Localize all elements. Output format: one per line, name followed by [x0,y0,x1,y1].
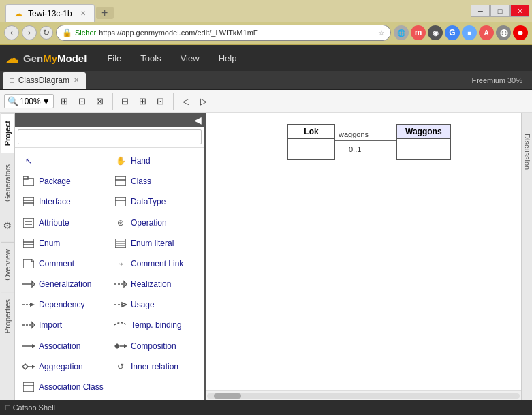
interface-icon [22,196,35,208]
sidebar-tab-overview[interactable]: Overview [1,242,14,288]
browser-tab[interactable]: ☁ Tewi-13c-1b ✕ [5,4,95,22]
svg-rect-1 [23,176,28,179]
diagram-tab-icon: □ [10,76,14,84]
palette-item-class[interactable]: Class [110,171,202,191]
new-tab-button[interactable]: + [96,7,114,19]
palette-item-realization[interactable]: Realization [110,274,202,294]
scrollbar-thumb[interactable] [214,393,241,399]
uml-class-waggons[interactable]: Waggons [396,124,451,160]
svg-marker-37 [22,364,28,369]
toolbar-btn-5[interactable]: ⊞ [135,93,151,110]
horizontal-scrollbar[interactable] [206,390,521,400]
ext-adblock-icon[interactable]: A [479,25,494,40]
back-button[interactable]: ‹ [4,25,19,40]
palette-item-attribute[interactable]: Attribute [18,212,110,232]
dependency-label: Dependency [39,300,84,309]
palette-item-package[interactable]: Package [18,171,110,191]
bottom-bar: □ Catsoo Shell [0,400,532,415]
enumlit-label: Enum literal [131,239,174,248]
palette-item-association[interactable]: Association [18,335,110,356]
palette-item-composition[interactable]: Composition [110,335,202,356]
menu-file[interactable]: File [97,48,131,69]
menu-tools[interactable]: Tools [131,48,170,69]
diagram-tab-bar: □ ClassDiagram ✕ Freemium 30% [0,71,532,90]
uml-class-lok[interactable]: Lok [287,124,335,160]
svg-rect-7 [115,197,126,206]
ext-globe-icon[interactable]: 🌐 [394,25,409,40]
sidebar-tab-project[interactable]: Project [1,113,14,153]
toolbar-btn-2[interactable]: ⊡ [74,93,91,110]
diagram-tab-close-icon[interactable]: ✕ [74,76,79,84]
refresh-button[interactable]: ↻ [40,26,53,40]
palette-collapse-button[interactable]: ◀ [194,114,202,125]
sidebar-tab-properties[interactable]: Properties [1,292,14,340]
palette-item-enumlit[interactable]: Enum literal [110,233,202,253]
toolbar-btn-6[interactable]: ⊡ [153,93,169,110]
palette-item-cursor[interactable]: ↖ [18,151,110,171]
palette-item-comment[interactable]: Comment [18,253,110,274]
canvas-area[interactable]: 1 waggons lok 0..1 Lok Waggons [206,113,521,400]
ext-box-icon[interactable]: ■ [462,25,477,40]
toolbar-btn-4[interactable]: ⊟ [117,93,134,110]
logo-my: My [43,52,57,64]
forward-button[interactable]: › [22,25,37,40]
palette-item-hand[interactable]: ✋ Hand [110,151,202,171]
palette-item-aggregation[interactable]: Aggregation [18,356,110,377]
palette-item-tempbinding[interactable]: Temp. binding [110,315,202,335]
canvas-svg: 1 waggons lok 0..1 [206,113,521,400]
menu-view[interactable]: View [171,48,209,69]
close-button[interactable]: ✕ [510,5,529,17]
datatype-label: DataType [131,197,166,206]
association-icon [22,340,35,352]
palette-item-import[interactable]: Import [18,315,110,335]
scrollbar-track [207,393,520,399]
palette-item-dependency[interactable]: Dependency [18,294,110,315]
sidebar-tab-settings[interactable]: ⚙ [0,213,16,238]
toolbar-btn-1[interactable]: ⊞ [57,93,73,110]
class-waggons-header: Waggons [397,125,450,139]
package-label: Package [39,176,71,186]
tab-close-icon[interactable]: ✕ [80,10,86,17]
tab-title: Tewi-13c-1b [28,9,72,18]
enum-label: Enum [39,239,60,248]
package-icon [22,175,35,187]
maximize-button[interactable]: □ [490,5,510,17]
palette-item-assocclass[interactable]: Association Class [18,377,110,397]
address-bar[interactable]: 🔒 Sicher https://app.genmymodel.com/edit… [56,25,391,41]
svg-marker-25 [124,281,127,287]
palette-item-datatype[interactable]: DataType [110,191,202,212]
palette-item-generalization[interactable]: Generalization [18,274,110,294]
ext-drop-icon[interactable]: ◉ [428,25,443,40]
assocclass-icon [22,381,35,393]
palette-item-usage[interactable]: Usage [110,294,202,315]
toolbar-btn-forward[interactable]: ▷ [195,93,212,110]
bookmark-icon[interactable]: ☆ [378,29,385,37]
sidebar-tab-generators[interactable]: Generators [1,157,14,209]
palette-item-commentlink[interactable]: ⤷ Comment Link [110,253,202,274]
left-sidebar-tabs: Project Generators ⚙ Overview Properties [0,113,15,400]
zoom-select[interactable]: 🔍 100% ▼ [4,94,54,108]
bottom-shell-item[interactable]: □ Catsoo Shell [5,403,55,412]
svg-marker-27 [30,303,35,307]
toolbar-btn-back[interactable]: ◁ [178,93,194,110]
palette-search-input[interactable] [18,129,202,144]
menu-help[interactable]: Help [209,48,247,69]
toolbar-btn-3[interactable]: ⊠ [92,93,108,110]
innerrelation-icon: ↺ [114,360,127,373]
right-discussion-tab[interactable]: Discussion [521,113,532,400]
ext-red-icon[interactable]: ● [513,25,528,40]
diagram-tab[interactable]: □ ClassDiagram ✕ [3,72,86,89]
palette-item-enum[interactable]: Enum [18,233,110,253]
svg-rect-4 [23,197,34,206]
palette-item-operation[interactable]: ⊛ Operation [110,212,202,232]
ext-plus-icon[interactable]: ⊕ [496,25,511,40]
ext-g-icon[interactable]: G [445,25,460,40]
ext-m-icon[interactable]: m [411,25,426,40]
palette-item-innerrelation[interactable]: ↺ Inner relation [110,356,202,377]
palette-item-interface[interactable]: Interface [18,191,110,212]
palette-grid: ↖ ✋ Hand Package [15,148,204,400]
minimize-button[interactable]: ─ [471,5,490,17]
secure-label: Sicher [75,29,96,37]
logo-text: GenMyModel [23,52,87,64]
main-toolbar: 🔍 100% ▼ ⊞ ⊡ ⊠ ⊟ ⊞ ⊡ ◁ ▷ [0,90,532,113]
